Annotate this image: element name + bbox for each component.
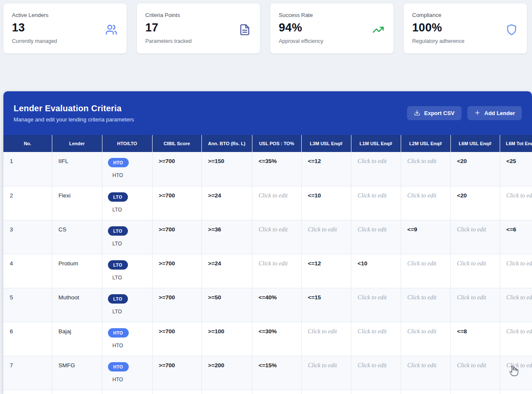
cell-editable[interactable]: Click to edit (252, 254, 301, 288)
cell-editable[interactable]: Click to edit (401, 152, 450, 186)
cell-editable[interactable]: >=700 (152, 288, 201, 322)
cell-no: 3 (3, 220, 52, 254)
card-value: 13 (12, 21, 118, 34)
cell-type[interactable]: HTOHTO (102, 322, 152, 356)
type-badge[interactable]: LTO (108, 294, 128, 304)
cell-editable[interactable]: <=10 (301, 186, 351, 220)
type-label: LTO (113, 275, 150, 281)
cell-editable[interactable]: >=700 (152, 322, 201, 356)
cell-type[interactable]: LTOLTO (102, 220, 152, 254)
export-csv-label: Export CSV (424, 110, 455, 116)
type-badge[interactable]: LTO (108, 260, 128, 270)
type-badge[interactable]: HTO (108, 328, 129, 338)
table-row: 1IIFLHTOHTO>=700>=150<=35%<=12Click to e… (3, 152, 532, 186)
cell-lender: CS (52, 220, 102, 254)
table-row: 2FlexiLTOLTO>=700>=24Click to edit<=10Cl… (3, 186, 532, 220)
col-header: L6M Tot Enq# (500, 135, 532, 152)
cell-editable[interactable]: Click to edit (401, 186, 450, 220)
cell-editable[interactable]: <=12 (301, 152, 351, 186)
cell-editable[interactable]: <=15 (301, 288, 351, 322)
cell-editable[interactable]: Click to edit (401, 356, 450, 390)
cell-editable[interactable]: <=40% (252, 288, 301, 322)
card-sublabel: Currently managed (12, 38, 118, 44)
file-text-icon (239, 24, 251, 36)
cell-type[interactable]: HTOHTO (102, 356, 152, 390)
card-label: Compliance (412, 12, 518, 18)
cell-editable[interactable]: <10 (351, 254, 401, 288)
cell-editable[interactable]: >=24 (201, 186, 252, 220)
cell-editable[interactable]: Click to edit (401, 288, 450, 322)
type-badge[interactable]: LTO (108, 226, 128, 236)
cell-editable[interactable]: <=8 (450, 322, 500, 356)
cell-editable[interactable]: Click to edit (351, 288, 401, 322)
type-badge[interactable]: HTO (108, 158, 129, 167)
cell-editable[interactable]: <=30% (252, 322, 301, 356)
cell-editable[interactable]: Click to edit (500, 288, 532, 322)
cell-editable[interactable]: Click to edit (450, 356, 500, 390)
cell-editable[interactable]: Click to edit (351, 356, 401, 390)
page-title: Lender Evaluation Criteria (14, 104, 134, 113)
lender-criteria-panel: Lender Evaluation Criteria Manage and ed… (3, 91, 532, 394)
add-lender-button[interactable]: Add Lender (467, 106, 522, 120)
cell-editable[interactable]: >=150 (201, 152, 252, 186)
type-badge[interactable]: LTO (108, 192, 128, 202)
cell-editable[interactable]: Click to edit (450, 220, 500, 254)
table-row: 6BajajHTOHTO>=700>=100<=30%Click to edit… (3, 322, 532, 356)
cell-editable[interactable]: <=12 (301, 254, 351, 288)
cell-editable[interactable]: Click to edit (252, 220, 301, 254)
export-csv-button[interactable]: Export CSV (407, 106, 461, 120)
cell-editable[interactable]: >=700 (152, 220, 201, 254)
cell-editable[interactable]: <25 (500, 152, 532, 186)
cell-editable[interactable]: >=50 (201, 288, 252, 322)
cell-editable[interactable]: Click to edit (500, 254, 532, 288)
plus-icon (474, 110, 481, 117)
cell-editable[interactable]: <=35% (252, 152, 301, 186)
cell-editable[interactable]: Click to edit (450, 288, 500, 322)
card-value: 100% (412, 21, 518, 34)
cell-editable[interactable]: >=24 (201, 254, 252, 288)
type-badge[interactable]: HTO (108, 362, 129, 371)
cell-editable[interactable]: >=200 (201, 356, 252, 390)
cell-type[interactable]: LTOLTO (102, 254, 152, 288)
cell-editable[interactable]: Click to edit (301, 322, 351, 356)
cell-editable[interactable]: Click to edit (450, 254, 500, 288)
cell-editable[interactable]: Click to edit (500, 356, 532, 390)
cell-editable[interactable]: >=100 (201, 322, 252, 356)
cell-editable[interactable]: <=9 (401, 220, 450, 254)
cell-no: 1 (3, 152, 52, 186)
cell-editable[interactable]: Click to edit (351, 152, 401, 186)
cell-editable[interactable]: Click to edit (351, 220, 401, 254)
cell-type[interactable]: LTOLTO (102, 288, 152, 322)
col-header: CIBIL Score (152, 135, 201, 152)
cell-editable[interactable]: Click to edit (401, 254, 450, 288)
cell-editable[interactable]: Click to edit (351, 322, 401, 356)
table-row: 4ProtiumLTOLTO>=700>=24Click to edit<=12… (3, 254, 532, 288)
cell-editable[interactable]: Click to edit (500, 322, 532, 356)
cell-editable[interactable]: >=36 (201, 220, 252, 254)
cell-type[interactable]: HTOHTO (102, 152, 152, 186)
col-header: L1M USL Enq# (351, 135, 401, 152)
cell-editable[interactable]: Click to edit (401, 322, 450, 356)
cell-editable[interactable]: <20 (450, 152, 500, 186)
cell-editable[interactable]: >=700 (152, 152, 201, 186)
cell-lender: IIFL (52, 152, 102, 186)
table-row: 7SMFGHTOHTO>=700>=200<=15%Click to editC… (3, 356, 532, 390)
cell-editable[interactable]: <=15% (252, 356, 301, 390)
cell-editable[interactable]: Click to edit (351, 186, 401, 220)
cell-editable[interactable]: Click to edit (500, 186, 532, 220)
stat-card-compliance: Compliance 100% Regulatory adherence (404, 3, 527, 53)
cell-no: 2 (3, 186, 52, 220)
cell-editable[interactable]: <=6 (500, 220, 532, 254)
cell-lender: SMFG (52, 356, 102, 390)
cell-editable[interactable]: Click to edit (252, 186, 301, 220)
cell-editable[interactable]: <20 (450, 186, 500, 220)
cell-no: 7 (3, 356, 52, 390)
cell-editable[interactable]: >=700 (152, 356, 201, 390)
panel-header: Lender Evaluation Criteria Manage and ed… (3, 91, 532, 135)
cell-type[interactable]: LTOLTO (102, 186, 152, 220)
cell-editable[interactable]: >=700 (152, 186, 201, 220)
cell-editable[interactable]: Click to edit (301, 356, 351, 390)
cell-editable[interactable]: >=700 (152, 254, 201, 288)
criteria-table: No.LenderHTO/LTOCIBIL ScoreAnn. BTO (Rs.… (3, 135, 532, 394)
cell-editable[interactable]: Click to edit (301, 220, 351, 254)
